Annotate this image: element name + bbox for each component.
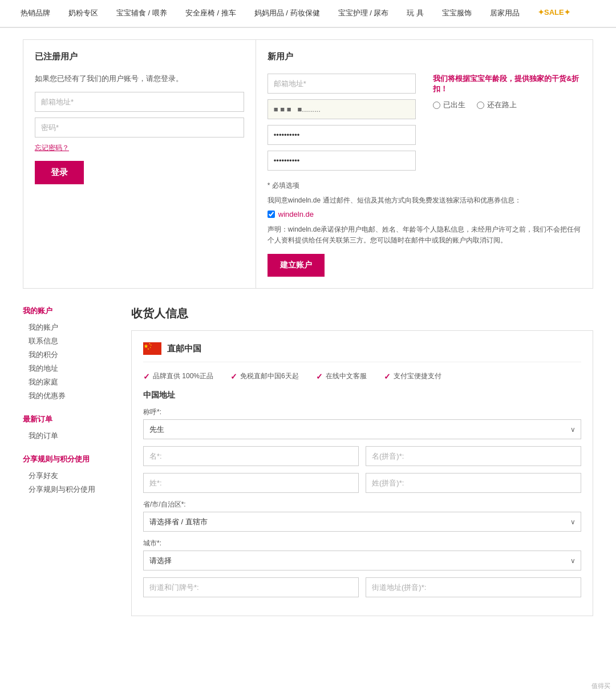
direct-china-header: 直邮中国 (143, 342, 581, 362)
sidebar-link-my-orders[interactable]: 我的订单 (23, 429, 114, 443)
salutation-group: 称呼*: 先生 女士 (143, 407, 581, 439)
city-select[interactable]: 请选择 (143, 551, 581, 570)
city-label: 城市*: (143, 539, 581, 548)
nav-item-0[interactable]: 热销品牌 (11, 0, 59, 28)
shipping-box: 直邮中国 ✓ 品牌直供 100%正品 ✓ 免税直邮中国6天起 ✓ 在线中文客服 (131, 330, 593, 616)
feature-shipping: ✓ 免税直邮中国6天起 (230, 371, 299, 381)
shipping-title: 收货人信息 (131, 306, 593, 321)
province-label: 省/市/自治区*: (143, 500, 581, 509)
last-name-pinyin-input[interactable] (366, 473, 581, 493)
direct-china-label: 直邮中国 (167, 343, 201, 354)
consent-checkbox-label: windeln.de (278, 210, 314, 218)
register-confirm-password-input[interactable] (268, 151, 416, 171)
svg-rect-0 (143, 342, 161, 355)
nav-item-1[interactable]: 奶粉专区 (59, 0, 107, 28)
nav-item-6[interactable]: 玩 具 (398, 0, 433, 28)
sidebar-link-family[interactable]: 我的家庭 (23, 375, 114, 389)
sidebar-sharing-title: 分享规则与积分使用 (23, 454, 114, 464)
check-icon-1: ✓ (143, 372, 150, 381)
province-select-wrapper: 请选择省 / 直辖市 (143, 512, 581, 532)
last-name-input[interactable] (143, 473, 359, 493)
login-desc: 如果您已经有了我们的用户账号，请您登录。 (35, 74, 244, 84)
register-title: 新用户 (268, 51, 581, 67)
content-area: 我的账户 我的账户 联系信息 我的积分 我的地址 我的家庭 我的优惠券 最新订单… (23, 306, 593, 616)
features-row: ✓ 品牌直供 100%正品 ✓ 免税直邮中国6天起 ✓ 在线中文客服 ✓ 支付宝… (143, 371, 581, 381)
feature-service: ✓ 在线中文客服 (316, 371, 367, 381)
baby-status-group: 已出生 还在路上 (433, 100, 581, 110)
new-user-top: ■ ■ ■ ■......... 我们将根据宝宝年龄段，提供独家的干货&折扣！ … (268, 74, 581, 176)
nav-item-8[interactable]: 居家用品 (481, 0, 529, 28)
required-note: * 必填选项 (268, 181, 581, 191)
forgot-password-link[interactable]: 忘记密码？ (35, 143, 244, 153)
radio-born-input[interactable] (433, 102, 440, 109)
consent-checkbox-row: windeln.de (268, 210, 581, 218)
sidebar-link-coupons[interactable]: 我的优惠券 (23, 389, 114, 403)
sidebar-link-address[interactable]: 我的地址 (23, 362, 114, 375)
street-input[interactable] (143, 577, 359, 597)
register-panel: 新用户 ■ ■ ■ ■......... 我们将根据宝宝年龄段，提供独家的干货 (256, 40, 593, 288)
login-button[interactable]: 登录 (35, 161, 84, 184)
shipping-section: 收货人信息 直邮中国 (131, 306, 593, 616)
salutation-select-wrapper: 先生 女士 (143, 419, 581, 439)
sidebar-recent-orders: 最新订单 我的订单 (23, 414, 114, 443)
feature-payment: ✓ 支付宝便捷支付 (384, 371, 441, 381)
navigation-bar: 热销品牌奶粉专区宝宝辅食 / 喂养安全座椅 / 推车妈妈用品 / 药妆保健宝宝护… (0, 0, 616, 28)
auth-section: 已注册用户 如果您已经有了我们的用户账号，请您登录。 忘记密码？ 登录 新用户 … (23, 39, 593, 289)
street-pinyin-input[interactable] (366, 577, 581, 597)
sidebar-my-account-title: 我的账户 (23, 306, 114, 316)
name-fields (143, 446, 581, 466)
feature-service-label: 在线中文客服 (326, 371, 367, 381)
first-name-pinyin-input[interactable] (366, 446, 581, 466)
sidebar-link-share-friends[interactable]: 分享好友 (23, 469, 114, 483)
promo-text: 我们将根据宝宝年龄段，提供独家的干货&折扣！ (433, 74, 581, 94)
salutation-select[interactable]: 先生 女士 (143, 419, 581, 439)
nav-item-4[interactable]: 妈妈用品 / 药妆保健 (245, 0, 329, 28)
first-name-input[interactable] (143, 446, 359, 466)
sidebar-link-my-account[interactable]: 我的账户 (23, 321, 114, 334)
privacy-text: 声明：windeln.de承诺保护用户电邮、姓名、年龄等个人隐私信息，未经用户许… (268, 224, 581, 246)
check-icon-4: ✓ (384, 372, 391, 381)
radio-born-label: 已出生 (443, 100, 465, 110)
salutation-label: 称呼*: (143, 407, 581, 417)
nav-item-2[interactable]: 宝宝辅食 / 喂养 (107, 0, 176, 28)
feature-authentic: ✓ 品牌直供 100%正品 (143, 371, 213, 381)
radio-born[interactable]: 已出生 (433, 100, 465, 110)
sidebar-link-points[interactable]: 我的积分 (23, 348, 114, 362)
promo-panel: 我们将根据宝宝年龄段，提供独家的干货&折扣！ 已出生 还在路上 (427, 74, 581, 176)
sidebar-my-account: 我的账户 我的账户 联系信息 我的积分 我的地址 我的家庭 我的优惠券 (23, 306, 114, 403)
province-select[interactable]: 请选择省 / 直辖市 (143, 512, 581, 532)
nav-item-7[interactable]: 宝宝服饰 (433, 0, 481, 28)
register-email-input[interactable] (268, 74, 416, 94)
radio-onway-label: 还在路上 (487, 100, 517, 110)
feature-shipping-label: 免税直邮中国6天起 (240, 371, 299, 381)
city-group: 城市*: 请选择 (143, 539, 581, 570)
feature-payment-label: 支付宝便捷支付 (394, 371, 441, 381)
city-select-wrapper: 请选择 (143, 551, 581, 570)
street-fields (143, 577, 581, 597)
feature-authentic-label: 品牌直供 100%正品 (153, 371, 213, 381)
consent-checkbox[interactable] (268, 211, 275, 218)
province-group: 省/市/自治区*: 请选择省 / 直辖市 (143, 500, 581, 532)
nav-item-3[interactable]: 安全座椅 / 推车 (176, 0, 245, 28)
register-form: ■ ■ ■ ■......... (268, 74, 416, 176)
address-section-title: 中国地址 (143, 390, 581, 400)
sidebar-link-share-rules[interactable]: 分享规则与积分使用 (23, 483, 114, 496)
china-flag-icon (143, 342, 161, 355)
login-panel: 已注册用户 如果您已经有了我们的用户账号，请您登录。 忘记密码？ 登录 (23, 40, 256, 288)
radio-onway[interactable]: 还在路上 (477, 100, 517, 110)
sidebar-recent-orders-title: 最新订单 (23, 414, 114, 424)
check-icon-2: ✓ (230, 372, 237, 381)
login-email-input[interactable] (35, 92, 244, 112)
nav-item-5[interactable]: 宝宝护理 / 尿布 (329, 0, 398, 28)
login-password-input[interactable] (35, 118, 244, 137)
surname-fields (143, 473, 581, 493)
nav-item-9[interactable]: ✦SALE✦ (529, 0, 579, 28)
check-icon-3: ✓ (316, 372, 323, 381)
register-button[interactable]: 建立账户 (268, 254, 325, 277)
consent-text: 我同意windeln.de 通过邮件、短信及其他方式向我免费发送独家活动和优惠券… (268, 195, 581, 205)
sidebar: 我的账户 我的账户 联系信息 我的积分 我的地址 我的家庭 我的优惠券 最新订单… (23, 306, 114, 616)
sidebar-sharing: 分享规则与积分使用 分享好友 分享规则与积分使用 (23, 454, 114, 496)
register-password-input[interactable] (268, 125, 416, 145)
sidebar-link-contact[interactable]: 联系信息 (23, 334, 114, 348)
radio-onway-input[interactable] (477, 102, 484, 109)
